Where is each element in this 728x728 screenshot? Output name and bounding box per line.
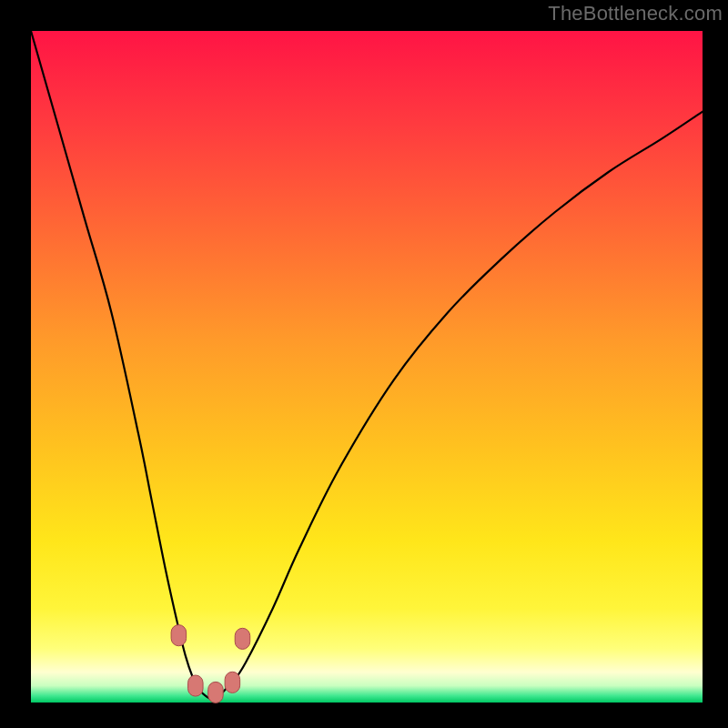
curve-marker: [208, 682, 224, 703]
curve-marker: [235, 628, 250, 649]
plot-background: [31, 31, 703, 703]
curve-marker: [225, 672, 240, 693]
curve-marker: [171, 625, 187, 646]
watermark-text: TheBottleneck.com: [548, 2, 723, 25]
chart-canvas: TheBottleneck.com: [0, 0, 728, 728]
curve-marker: [188, 675, 204, 696]
bottleneck-chart: [0, 0, 728, 728]
